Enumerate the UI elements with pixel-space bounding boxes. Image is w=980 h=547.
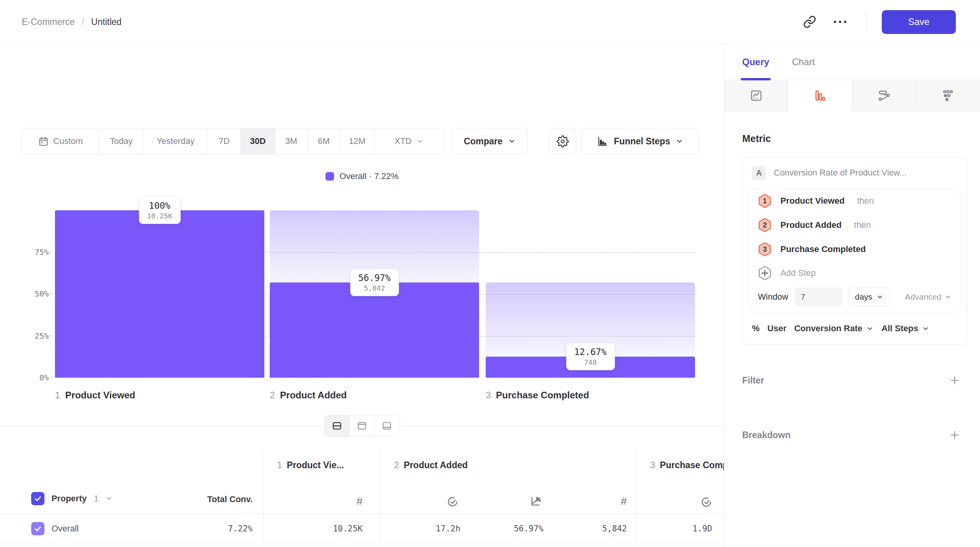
chart-type-flows[interactable]: [853, 80, 916, 111]
date-range-today[interactable]: Today: [99, 128, 144, 154]
chevron-down-icon: [106, 495, 113, 502]
table-only-icon: [382, 421, 392, 431]
time-to-convert-icon: [637, 496, 712, 508]
row-label: Overall: [51, 524, 79, 534]
metric-title: Conversion Rate of Product View...: [774, 168, 907, 178]
tooltip-count: 740: [574, 358, 607, 366]
table-header: Property 1 Total Conv. 1Product Vie... #: [0, 451, 724, 514]
add-breakdown-button[interactable]: [949, 429, 961, 441]
chart-type-insights[interactable]: [724, 80, 788, 111]
flows-icon: [877, 89, 891, 102]
tooltip-percent: 56.97%: [358, 273, 391, 283]
conversion-window-row: Window days Advanced: [749, 285, 960, 312]
legend-swatch: [325, 172, 334, 181]
add-filter-button[interactable]: [949, 375, 961, 386]
breadcrumb-folder[interactable]: E-Commerce: [22, 17, 74, 27]
chevron-down-icon: [876, 293, 883, 300]
paths-icon: [941, 89, 955, 102]
chart-only-toggle[interactable]: [350, 416, 375, 436]
cell-step2-rate: 56.97%: [465, 524, 551, 533]
bar-solid: [270, 282, 479, 378]
chart-settings-button[interactable]: [549, 128, 576, 155]
date-range-30d-selected[interactable]: 30D: [241, 128, 275, 154]
funnel-plot: 100% 10.25K 56.97% 5,842 12.67% 740: [55, 210, 695, 378]
window-value-input[interactable]: [794, 288, 842, 306]
metric-card: A Conversion Rate of Product View... 1 P…: [742, 157, 967, 345]
advanced-toggle[interactable]: Advanced: [905, 292, 952, 302]
y-axis-tickmark: [48, 336, 53, 336]
measure-scope-select[interactable]: All Steps: [881, 323, 929, 334]
cell-step2-time: 17.2h: [380, 514, 465, 543]
funnel-icon: [814, 89, 827, 102]
tooltip-count: 10.25K: [147, 212, 172, 220]
cell-step3-time: 1.9D: [636, 514, 724, 543]
date-range-6m[interactable]: 6M: [308, 128, 340, 154]
breadcrumb-separator: /: [81, 17, 84, 27]
funnel-bar-step-3[interactable]: 12.67% 740: [486, 210, 695, 378]
breakdown-label: Breakdown: [742, 430, 791, 440]
measure-entity[interactable]: User: [768, 323, 787, 334]
table-only-toggle[interactable]: [375, 416, 400, 436]
more-menu-button[interactable]: [830, 12, 850, 32]
window-unit-select[interactable]: days: [848, 288, 890, 306]
cell-step2-count: 5,842: [551, 524, 636, 533]
chart-view-selector[interactable]: Funnel Steps: [582, 128, 699, 155]
funnel-bar-step-2[interactable]: 56.97% 5,842: [270, 210, 479, 378]
filter-label: Filter: [742, 375, 764, 386]
y-axis-tick: 75%: [16, 247, 49, 257]
top-bar: E-Commerce / Untitled Save: [0, 0, 980, 44]
split-view-toggle[interactable]: [325, 416, 350, 436]
table-group-3: 3Purchase Completed: [636, 451, 724, 514]
property-header-cell: Property 1: [0, 451, 179, 514]
property-selector[interactable]: Property 1: [31, 492, 113, 505]
date-range-control: Custom Today Yesterday 7D 30D 3M 6M 12M …: [22, 128, 444, 155]
chart-type-funnel-active[interactable]: [788, 80, 852, 111]
step-row-1[interactable]: 1 Product Viewed then: [749, 189, 960, 213]
bar-tooltip: 56.97% 5,842: [350, 269, 399, 296]
cell-total-conv: 7.22%: [179, 524, 263, 533]
window-label: Window: [758, 292, 788, 302]
chart-legend: Overall · 7.22%: [0, 171, 724, 181]
table-group-2: 2Product Added: [380, 451, 636, 514]
bar-tooltip: 12.67% 740: [566, 343, 615, 370]
measure-format[interactable]: %: [752, 323, 760, 334]
date-range-3m[interactable]: 3M: [275, 128, 308, 154]
funnel-steps-editor: 1 Product Viewed then 2 Product Added th…: [749, 188, 961, 313]
chart-type-tabs: [724, 80, 980, 111]
date-range-yesterday[interactable]: Yesterday: [144, 128, 208, 154]
date-range-xtd[interactable]: XTD: [375, 128, 444, 154]
filter-section: Filter: [724, 371, 980, 389]
date-range-custom[interactable]: Custom: [22, 128, 99, 154]
tooltip-percent: 100%: [147, 201, 172, 211]
date-range-12m[interactable]: 12M: [340, 128, 375, 154]
tab-query[interactable]: Query: [742, 44, 769, 80]
table-row-overall[interactable]: Overall 7.22% 10.25K 17.2h 56.97% 5,842 …: [0, 514, 724, 543]
chevron-down-icon: [866, 325, 874, 332]
step-badge-2: 2: [758, 218, 772, 233]
chevron-down-icon: [922, 325, 929, 332]
row-checkbox[interactable]: [31, 522, 44, 535]
count-icon: #: [549, 495, 636, 508]
breadcrumb-title[interactable]: Untitled: [91, 17, 122, 27]
step-row-3[interactable]: 3 Purchase Completed: [749, 237, 960, 261]
total-conv-header: Total Conv.: [179, 451, 263, 514]
count-icon: #: [264, 495, 363, 508]
metric-title-row[interactable]: A Conversion Rate of Product View...: [743, 157, 967, 188]
save-button[interactable]: Save: [882, 10, 956, 34]
metric-heading: Metric: [742, 133, 980, 144]
tab-chart[interactable]: Chart: [792, 44, 815, 80]
funnel-bar-step-1[interactable]: 100% 10.25K: [55, 210, 264, 378]
bar-solid: [55, 210, 264, 378]
report-canvas: Custom Today Yesterday 7D 30D 3M 6M 12M …: [0, 44, 724, 547]
copy-link-button[interactable]: [800, 12, 820, 32]
app-window: E-Commerce / Untitled Save: [0, 0, 980, 547]
y-axis-tick: 0%: [16, 373, 49, 382]
chart-type-paths[interactable]: [916, 80, 980, 111]
measurement-row: % User Conversion Rate All Steps: [743, 313, 967, 345]
add-step-button[interactable]: Add Step: [749, 261, 960, 285]
compare-button[interactable]: Compare: [452, 128, 528, 155]
date-range-7d[interactable]: 7D: [208, 128, 241, 154]
select-all-checkbox[interactable]: [31, 492, 44, 505]
measure-metric-select[interactable]: Conversion Rate: [794, 323, 874, 334]
step-row-2[interactable]: 2 Product Added then: [749, 213, 960, 237]
